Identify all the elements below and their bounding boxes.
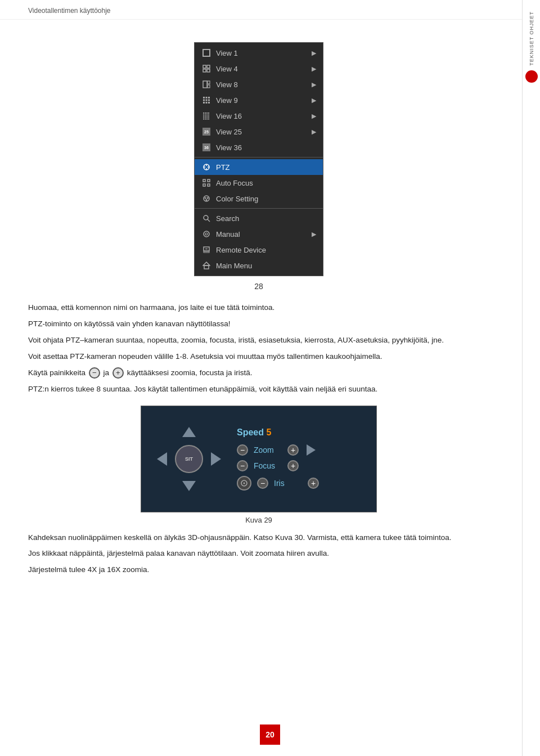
- sidebar-logo: [525, 70, 538, 83]
- paragraph-2: PTZ-toiminto on käytössä vain yhden kana…: [28, 318, 489, 330]
- svg-rect-34: [203, 179, 205, 182]
- paragraph-6: PTZ:n kierros tukee 8 suuntaa. Jos käytä…: [28, 384, 489, 395]
- svg-rect-3: [203, 69, 206, 72]
- svg-rect-8: [203, 97, 205, 98]
- menu-arrow-view4: ▶: [312, 65, 316, 73]
- ptz-focus-minus[interactable]: −: [237, 460, 248, 471]
- svg-rect-31: [206, 119, 208, 120]
- menu-item-view16[interactable]: View 16 ▶: [195, 108, 323, 124]
- menu-item-color[interactable]: Color Setting: [195, 191, 323, 206]
- view16-icon: [201, 111, 212, 121]
- plus-button-inline: +: [112, 367, 124, 379]
- menu-arrow-manual: ▶: [312, 231, 316, 238]
- svg-rect-21: [203, 115, 204, 116]
- svg-rect-6: [208, 81, 210, 84]
- svg-rect-2: [207, 65, 210, 68]
- menu-popup: View 1 ▶ View 4 ▶: [194, 42, 323, 276]
- menu-item-view9[interactable]: View 9 ▶: [195, 92, 323, 108]
- menu-item-label-ptz: PTZ: [216, 163, 230, 172]
- menu-item-label-view25: View 25: [216, 128, 242, 136]
- paragraph-5: Käytä painikkeita − ja + käyttääksesi zo…: [28, 367, 489, 379]
- ptz-iris-minus[interactable]: −: [257, 478, 268, 489]
- mainmenu-icon: [201, 260, 212, 271]
- dpad-right-arrow[interactable]: [211, 452, 221, 466]
- view9-icon: [201, 95, 212, 105]
- svg-rect-29: [203, 119, 204, 120]
- dpad-up-arrow[interactable]: [182, 427, 196, 437]
- svg-rect-11: [203, 100, 205, 101]
- svg-line-43: [208, 219, 210, 222]
- menu-arrow-view25: ▶: [312, 128, 316, 136]
- menu-item-view4[interactable]: View 4 ▶: [195, 61, 323, 76]
- menu-item-mainmenu[interactable]: Main Menu: [195, 258, 323, 273]
- dpad-down-arrow[interactable]: [182, 481, 196, 491]
- svg-rect-50: [204, 266, 209, 269]
- view8-icon: [201, 79, 212, 89]
- menu-divider-1: [195, 157, 323, 158]
- paragraph-1: Huomaa, että komennon nimi on harmaana, …: [28, 302, 489, 314]
- menu-item-label-manual: Manual: [216, 230, 240, 238]
- menu-item-label-view36: View 36: [216, 143, 242, 152]
- menu-item-label-view1: View 1: [216, 49, 238, 57]
- svg-rect-7: [208, 85, 210, 88]
- paragraph-5-mid: ja: [104, 368, 110, 377]
- autofocus-icon: [201, 178, 212, 188]
- ptz-iris-plus[interactable]: +: [308, 478, 319, 489]
- svg-rect-13: [208, 100, 210, 101]
- page-header: Videotallentimen käyttöohje: [0, 0, 540, 20]
- menu-item-label-view4: View 4: [216, 65, 238, 73]
- menu-item-remote[interactable]: Remote Device: [195, 242, 323, 258]
- search-icon: [201, 213, 212, 223]
- menu-arrow-view1: ▶: [312, 50, 316, 57]
- svg-rect-1: [203, 65, 206, 68]
- svg-rect-32: [208, 119, 209, 120]
- ptz-speed-value: 5: [266, 428, 271, 437]
- view36-icon: 36: [201, 142, 212, 152]
- menu-item-view1[interactable]: View 1 ▶: [195, 45, 323, 61]
- menu-divider-2: [195, 208, 323, 209]
- menu-item-view25[interactable]: 25 View 25 ▶: [195, 124, 323, 140]
- ptz-zoom-row: − Zoom +: [237, 444, 365, 456]
- ptz-zoom-label: Zoom: [254, 446, 282, 454]
- svg-point-44: [204, 231, 209, 237]
- ptz-zoom-minus[interactable]: −: [237, 444, 248, 456]
- svg-rect-12: [206, 100, 208, 101]
- ptz-preset-button[interactable]: [237, 476, 251, 490]
- menu-item-ptz[interactable]: PTZ: [195, 159, 323, 175]
- ptz-focus-label: Focus: [254, 461, 282, 470]
- menu-item-label-remote: Remote Device: [216, 246, 266, 254]
- menu-item-manual[interactable]: Manual ▶: [195, 226, 323, 242]
- svg-rect-36: [203, 184, 205, 186]
- svg-rect-0: [203, 50, 210, 56]
- svg-point-52: [244, 482, 245, 484]
- menu-item-view36[interactable]: 36 View 36: [195, 140, 323, 155]
- menu-item-autofocus[interactable]: Auto Focus: [195, 175, 323, 191]
- paragraph-5-post: käyttääksesi zoomia, focusta ja iristä.: [127, 368, 253, 377]
- svg-rect-20: [208, 112, 209, 114]
- svg-point-41: [206, 199, 208, 201]
- remote-icon: [201, 245, 212, 255]
- svg-marker-49: [203, 262, 210, 266]
- svg-rect-19: [206, 112, 208, 114]
- minus-button-inline: −: [89, 367, 100, 379]
- ptz-zoom-plus[interactable]: +: [287, 444, 299, 456]
- dpad-center-button[interactable]: SIT: [175, 445, 203, 473]
- menu-item-label-view16: View 16: [216, 112, 242, 120]
- menu-item-label-view8: View 8: [216, 80, 238, 89]
- svg-rect-27: [206, 116, 208, 118]
- svg-rect-5: [203, 81, 207, 88]
- manual-icon: [201, 229, 212, 239]
- svg-rect-18: [205, 112, 206, 114]
- menu-arrow-view8: ▶: [312, 81, 316, 88]
- dpad-left-arrow[interactable]: [157, 452, 167, 466]
- svg-rect-10: [208, 97, 210, 98]
- view25-icon: 25: [201, 127, 212, 137]
- paragraph-4: Voit asettaa PTZ-kameran nopeuden välill…: [28, 351, 489, 363]
- ptz-focus-plus[interactable]: +: [287, 460, 299, 471]
- ptz-icon: [201, 162, 212, 172]
- menu-item-label-mainmenu: Main Menu: [216, 262, 252, 270]
- menu-item-search[interactable]: Search: [195, 210, 323, 226]
- svg-rect-47: [204, 251, 209, 253]
- paragraph-5-pre: Käytä painikkeita: [28, 368, 86, 377]
- menu-item-view8[interactable]: View 8 ▶: [195, 76, 323, 92]
